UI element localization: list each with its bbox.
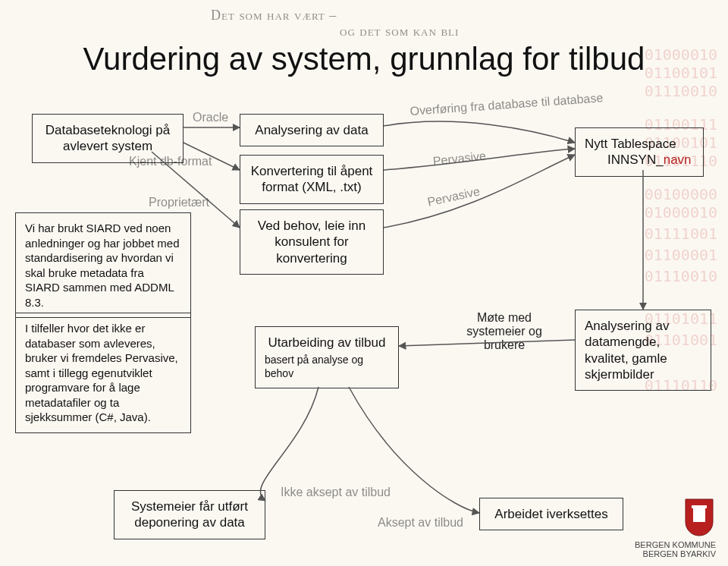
edge-label-oracle: Oracle [193, 111, 228, 124]
edge-label-kjent: Kjent db-format [129, 155, 212, 168]
node-iverksettes: Arbeidet iverksettes [479, 498, 623, 530]
tablespace-name-prefix: INNSYN_ [607, 153, 664, 167]
edge-label-aksept: Aksept av tilbud [378, 516, 463, 530]
binary-line: 01000010 [645, 203, 717, 222]
binary-line: 01100001 [645, 246, 717, 264]
node-convert-xml: Konvertering til åpent format (XML, .txt… [240, 155, 384, 204]
node-tilbud: Utarbeiding av tilbud basert på analyse … [255, 326, 399, 388]
node-tablespace: Nytt Tablespace INNSYN_navn [575, 127, 704, 177]
binary-line: 01110010 [645, 82, 717, 100]
page-title: Vurdering av system, grunnlag for tilbud [0, 41, 728, 77]
watermark-line2: og det som kan bli [340, 24, 459, 39]
node-analyse-volume: Analysering av datamengde, kvalitet, gam… [575, 310, 711, 391]
tablespace-name-suffix: navn [664, 153, 692, 167]
edge-label-mote: Møte med systemeier og brukere [447, 311, 561, 352]
binary-line: 00100000 [645, 185, 717, 203]
edge-label-pervasive-2: Pervasive [426, 184, 481, 209]
edge-label-overforing-1: Overføring fra database til database [410, 91, 604, 118]
watermark-header: Det som har vært – og det som kan bli [211, 8, 459, 39]
edge-label-proprietaert: Proprietært [149, 196, 209, 209]
tablespace-label: Nytt Tablespace [585, 137, 676, 151]
crest-icon [682, 498, 716, 537]
aside-pervasive: I tilfeller hvor det ikke er databaser s… [15, 313, 191, 433]
logo-line2: BERGEN BYARKIV [635, 549, 716, 558]
node-tilbud-label: Utarbeiding av tilbud [265, 335, 389, 351]
node-tilbud-sub: basert på analyse og behov [265, 354, 389, 380]
edge-label-ikke-aksept: Ikke aksept av tilbud [281, 486, 391, 499]
aside-siard: Vi har brukt SIARD ved noen anledninger … [15, 212, 191, 318]
logo-line1: BERGEN KOMMUNE [635, 540, 716, 549]
binary-line: 01110010 [645, 267, 717, 285]
svg-rect-5 [693, 507, 705, 522]
node-analyse-data: Analysering av data [240, 114, 384, 146]
svg-rect-6 [692, 505, 707, 508]
node-deponering: Systemeier får utført deponering av data [114, 490, 265, 539]
edge-label-pervasive-1: Pervasive [432, 149, 487, 168]
watermark-line1: Det som har vært – [211, 8, 459, 24]
binary-line: 01111001 [645, 225, 717, 243]
municipality-logo: BERGEN KOMMUNE BERGEN BYARKIV [635, 498, 716, 558]
node-lease-consultant: Ved behov, leie inn konsulent for konver… [240, 209, 384, 275]
